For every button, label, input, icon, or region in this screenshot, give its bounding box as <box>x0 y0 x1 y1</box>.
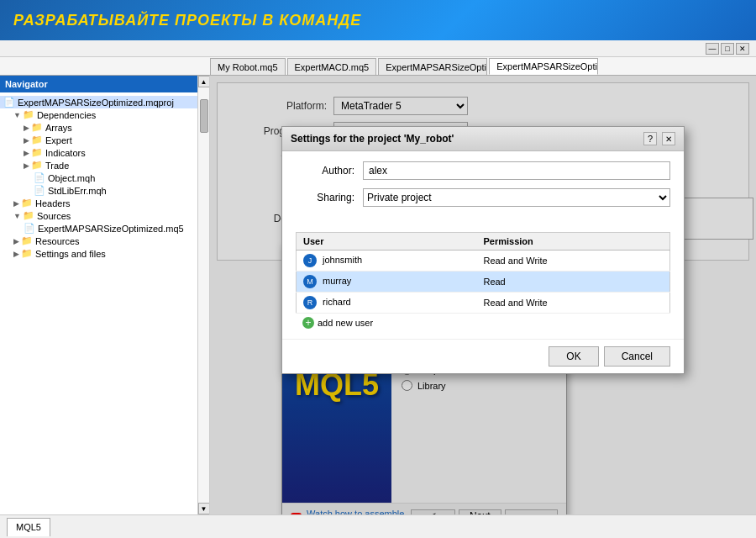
user-avatar: R <box>303 296 317 309</box>
main-area: Navigator ▼ 📄 ExpertMAPSARSizeOptimized.… <box>0 76 756 514</box>
file-icon: 📄 <box>3 97 15 108</box>
tabs-bar: My Robot.mq5 ExpertMACD.mq5 ExpertMAPSAR… <box>0 57 756 76</box>
expand-icon: ▶ <box>13 199 19 208</box>
table-row[interactable]: R richard Read and Write <box>297 293 670 314</box>
expand-icon: ▶ <box>24 149 29 157</box>
sharing-label: Sharing: <box>296 192 354 203</box>
tab-1[interactable]: ExpertMACD.mq5 <box>287 58 377 75</box>
tab-0[interactable]: My Robot.mq5 <box>210 58 286 75</box>
table-row[interactable]: M murray Read <box>297 272 670 293</box>
file-icon: 📄 <box>24 223 35 234</box>
user-permission-cell: Read and Write <box>476 251 669 272</box>
users-section: User Permission J johnsmith Read and Wri… <box>296 232 670 332</box>
tree-item-root[interactable]: 📄 ExpertMAPSARSizeOptimized.mqproj <box>0 96 209 108</box>
scrollbar-thumb[interactable] <box>200 99 208 133</box>
navigator-title: Navigator <box>5 79 48 89</box>
user-avatar: J <box>303 254 317 267</box>
tree-item-label: StdLibErr.mqh <box>48 186 107 196</box>
user-permission-cell: Read and Write <box>476 293 669 314</box>
sharing-select[interactable]: Private project <box>363 188 670 207</box>
author-label: Author: <box>296 165 354 177</box>
bottom-tab-mql5[interactable]: MQL5 <box>7 518 50 536</box>
tree-item-label: Settings and files <box>35 249 106 259</box>
folder-icon: 📁 <box>23 210 34 221</box>
user-permission-cell: Read <box>476 272 669 293</box>
expand-icon: ▶ <box>13 237 19 245</box>
tree-item-object[interactable]: 📄 Object.mqh <box>0 171 209 184</box>
tab-3[interactable]: ExpertMAPSARSizeOptimized.mqproj <box>489 58 598 75</box>
folder-icon: 📁 <box>21 248 33 259</box>
tree-item-label: Object.mqh <box>48 173 95 183</box>
tree-item-stdliberr[interactable]: 📄 StdLibErr.mqh <box>0 184 209 197</box>
file-icon: 📄 <box>34 172 45 183</box>
scroll-down-arrow[interactable]: ▼ <box>198 503 210 514</box>
content-panel: Platform: MetaTrader 5 Program type: Exp… <box>210 76 756 514</box>
tree-item-indicators[interactable]: ▶ 📁 Indicators <box>0 146 209 159</box>
folder-icon: 📁 <box>31 134 43 145</box>
tree-item-label: ExpertMAPSARSizeOptimized.mqproj <box>18 98 174 108</box>
dialog-title: Settings for the project 'My_robot' <box>291 133 454 145</box>
dialog-body: Author: Sharing: Private project <box>282 151 684 225</box>
file-icon: 📄 <box>34 185 45 196</box>
add-user-label: add new user <box>318 318 373 328</box>
author-input[interactable] <box>363 161 670 180</box>
expand-icon: ▶ <box>24 124 29 132</box>
dialog-cancel-button[interactable]: Cancel <box>604 346 670 367</box>
expand-icon: ▶ <box>13 250 19 258</box>
tree-item-trade[interactable]: ▶ 📁 Trade <box>0 159 209 171</box>
dialog-help-button[interactable]: ? <box>643 132 657 145</box>
window-chrome: — □ ✕ <box>0 40 756 57</box>
tree-item-arrays[interactable]: ▶ 📁 Arrays <box>0 121 209 134</box>
tree-item-label: Headers <box>35 198 71 208</box>
tree-item-label: Sources <box>37 211 71 221</box>
maximize-button[interactable]: □ <box>721 43 734 55</box>
folder-icon: 📁 <box>31 160 43 171</box>
tree-item-dependencies[interactable]: ▼ 📁 Dependencies <box>0 108 209 121</box>
tree-item-label: Dependencies <box>37 110 96 120</box>
tree-item-label: Trade <box>45 161 69 171</box>
expand-icon: ▼ <box>13 111 21 119</box>
dialog-controls: ? ✕ <box>643 132 675 145</box>
tree-item-expert[interactable]: ▶ 📁 Expert <box>0 134 209 146</box>
user-name-cell: M murray <box>297 272 477 293</box>
add-user-row[interactable]: + add new user <box>296 314 670 332</box>
navigator-scrollbar: ▲ ▼ <box>197 76 209 514</box>
sharing-row: Sharing: Private project <box>296 188 670 207</box>
bottom-bar: MQL5 <box>0 514 756 538</box>
dialog-footer: OK Cancel <box>282 339 684 373</box>
navigator-header: Navigator ▼ <box>0 76 209 92</box>
user-avatar: M <box>303 275 317 288</box>
table-row[interactable]: J johnsmith Read and Write <box>297 251 670 272</box>
folder-icon: 📁 <box>21 235 33 246</box>
tree-item-label: Resources <box>35 236 80 246</box>
tree-item-source-file[interactable]: 📄 ExpertMAPSARSizeOptimized.mq5 <box>0 222 209 235</box>
tree-item-label: Expert <box>45 135 72 145</box>
minimize-button[interactable]: — <box>706 43 719 55</box>
author-row: Author: <box>296 161 670 180</box>
tab-2[interactable]: ExpertMAPSARSizeOptimized.mq5 <box>378 58 487 75</box>
scroll-up-arrow[interactable]: ▲ <box>198 76 210 87</box>
user-name: johnsmith <box>323 255 362 265</box>
tree-item-label: Indicators <box>45 148 86 158</box>
user-name: richard <box>323 297 351 307</box>
folder-icon: 📁 <box>23 109 34 120</box>
tree-item-settings[interactable]: ▶ 📁 Settings and files <box>0 247 209 260</box>
tree-item-sources[interactable]: ▼ 📁 Sources <box>0 209 209 222</box>
dialog-ok-button[interactable]: OK <box>549 346 598 367</box>
add-user-icon: + <box>302 317 314 329</box>
settings-dialog: Settings for the project 'My_robot' ? ✕ … <box>281 126 685 374</box>
close-button[interactable]: ✕ <box>736 43 749 55</box>
banner-text: РАЗРАБАТЫВАЙТЕ ПРОЕКТЫ В КОМАНДЕ <box>13 12 361 29</box>
expand-icon: ▶ <box>24 136 29 145</box>
dialog-overlay: Settings for the project 'My_robot' ? ✕ … <box>210 76 756 514</box>
users-col-permission: Permission <box>476 233 669 251</box>
folder-icon: 📁 <box>21 198 33 208</box>
expand-icon: ▶ <box>24 161 29 170</box>
dialog-close-button[interactable]: ✕ <box>662 132 675 145</box>
tree-item-label: Arrays <box>45 123 72 133</box>
tree-item-headers[interactable]: ▶ 📁 Headers <box>0 197 209 209</box>
dialog-titlebar: Settings for the project 'My_robot' ? ✕ <box>282 127 684 151</box>
tree-item-resources[interactable]: ▶ 📁 Resources <box>0 235 209 247</box>
folder-icon: 📁 <box>31 122 43 133</box>
expand-icon: ▼ <box>13 212 21 220</box>
